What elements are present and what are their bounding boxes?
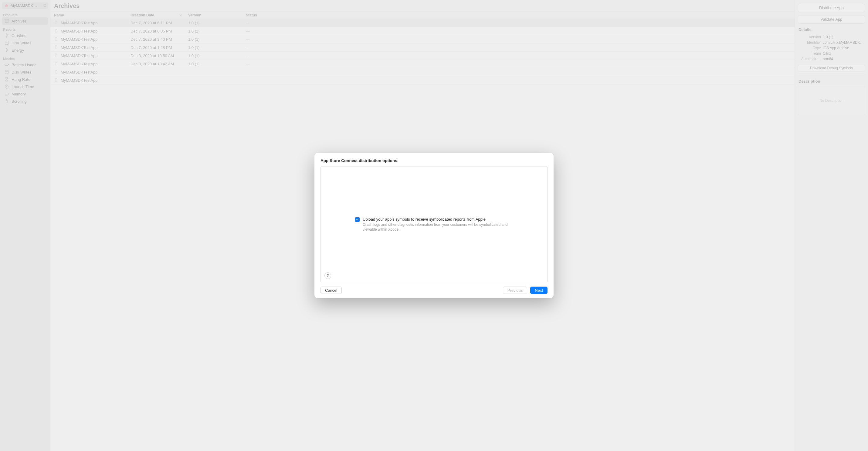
modal-wrap: App Store Connect distribution options: … [0,0,868,451]
next-button[interactable]: Next [530,287,548,294]
upload-symbols-checkbox[interactable] [355,217,360,222]
previous-button: Previous [503,287,527,294]
distribution-options-sheet: App Store Connect distribution options: … [314,153,554,298]
modal-title: App Store Connect distribution options: [320,158,548,163]
help-button[interactable]: ? [324,272,331,279]
option-hint: Crash logs and other diagnostic informat… [363,222,513,232]
cancel-button[interactable]: Cancel [320,287,342,294]
check-icon [356,218,359,221]
modal-content: Upload your app's symbols to receive sym… [320,167,548,282]
option-label: Upload your app's symbols to receive sym… [363,217,513,222]
